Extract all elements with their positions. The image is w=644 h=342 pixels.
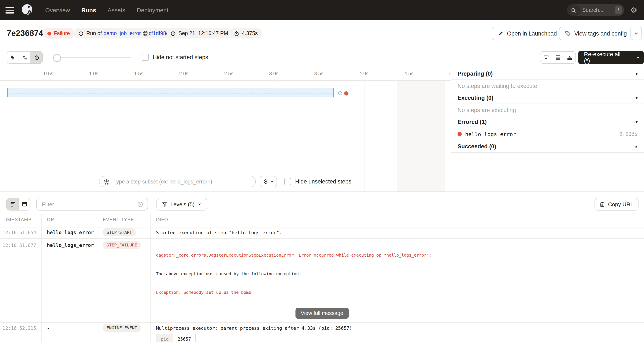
run-header: 7e236874 Failure Run of demo_job_error @…	[0, 20, 644, 47]
step-status-panel: Preparing (0)▾ No steps are waiting to e…	[451, 68, 644, 192]
errored-step-row[interactable]: hello_logs_error 0.023s	[451, 128, 644, 140]
at-separator: @	[142, 30, 148, 36]
log-line: Exception: Somebody set up us the bomb	[156, 290, 642, 296]
beyond-run-region	[397, 81, 445, 192]
search-shortcut-key: /	[614, 6, 622, 14]
event-type-badge: STEP_FAILURE	[103, 241, 141, 249]
log-line: The above exception was caused by the fo…	[156, 271, 642, 277]
axis-tick: 4.5s	[404, 71, 414, 76]
dagster-logo-icon[interactable]	[20, 3, 34, 17]
metadata-table: pid 25657	[156, 334, 196, 342]
axis-tick: 3.0s	[269, 71, 278, 76]
top-nav: Overview Runs Assets Deployment / ⚙	[0, 0, 644, 20]
copy-url-button[interactable]: Copy URL	[594, 198, 638, 210]
waterfall-view-icon[interactable]	[19, 52, 31, 64]
logs-section: Levels (5) Copy URL TIMESTAMP OP EVENT T…	[0, 192, 644, 342]
caret-down-icon: ▾	[636, 96, 638, 100]
partial-row	[0, 225, 644, 228]
menu-icon[interactable]	[6, 7, 14, 14]
view-full-message-button[interactable]: View full message	[295, 308, 349, 319]
search-bar[interactable]: /	[567, 4, 624, 16]
checkbox-icon[interactable]	[284, 178, 291, 185]
unstructured-logs-icon[interactable]	[7, 198, 18, 210]
history-icon	[78, 31, 84, 36]
log-line: dagster._core.errors.DagsterExecutionSte…	[156, 252, 642, 258]
gantt-chart[interactable]: 0.5s 1.0s 1.5s 2.0s 2.5s 3.0s 3.5s 4.0s …	[0, 68, 451, 192]
search-input[interactable]	[580, 7, 615, 13]
axis-tick: 2.0s	[179, 71, 188, 76]
re-execute-label: Re-execute all (*)	[578, 51, 632, 64]
event-type-badge: ENGINE_EVENT	[103, 324, 141, 332]
chevron-down-icon	[634, 31, 639, 36]
nav-item-overview[interactable]: Overview	[45, 7, 70, 14]
hide-not-started-checkbox[interactable]: Hide not started steps	[142, 54, 208, 61]
metadata-key: pid	[156, 334, 173, 342]
col-op: OP	[47, 217, 54, 222]
hide-unselected-checkbox[interactable]: Hide unselected steps	[284, 178, 352, 185]
header-more-button[interactable]	[630, 27, 642, 40]
gantt-toolbar: Hide not started steps Re-execute all (*…	[0, 47, 644, 68]
step-subset-input-wrap	[99, 176, 256, 187]
message-fade-overlay	[150, 303, 644, 322]
re-execute-dropdown[interactable]	[632, 51, 644, 64]
status-badge: Failure	[44, 28, 74, 38]
step-filter-button[interactable]	[260, 176, 277, 187]
axis-tick: 4.0s	[359, 71, 368, 76]
zoom-slider-handle[interactable]	[53, 54, 61, 62]
flat-view-icon[interactable]	[7, 52, 19, 64]
col-timestamp: TIMESTAMP	[2, 217, 32, 222]
start-time-tag: Sep 21, 12:16:47 PM	[166, 28, 232, 38]
checkbox-icon[interactable]	[142, 54, 149, 61]
snapshot-link[interactable]: cf1df98e	[149, 30, 169, 36]
nav-item-runs[interactable]: Runs	[82, 7, 96, 14]
step-failure-marker[interactable]	[344, 91, 348, 95]
section-errored[interactable]: Errored (1)▾	[451, 116, 644, 128]
step-waiting-bar[interactable]	[7, 88, 334, 97]
row-divider	[0, 322, 644, 322]
caret-down-icon: ▾	[636, 120, 638, 124]
structured-logs-icon[interactable]	[18, 198, 30, 210]
errored-step-name: hello_logs_error	[465, 131, 516, 137]
caret-right-icon: ▸	[636, 144, 638, 148]
nav-links: Overview Runs Assets Deployment	[45, 7, 168, 14]
log-view-switcher	[6, 198, 30, 210]
op-selector-icon	[104, 178, 110, 184]
failure-dot-icon	[47, 32, 51, 35]
re-execute-all-button[interactable]: Re-execute all (*)	[578, 51, 644, 64]
step-subset-input[interactable]	[112, 178, 251, 185]
stopwatch-icon	[234, 31, 239, 36]
view-tags-config-button[interactable]: View tags and config	[559, 27, 633, 40]
collapse-down-icon[interactable]	[540, 52, 552, 64]
column-divider	[41, 214, 42, 342]
timed-view-icon[interactable]	[31, 52, 42, 64]
tag-icon	[565, 30, 571, 36]
nav-item-assets[interactable]: Assets	[108, 7, 125, 14]
stacked-diamonds-icon	[263, 179, 268, 184]
section-executing[interactable]: Executing (0)▾	[451, 92, 644, 104]
row-divider	[0, 238, 644, 239]
log-filter-input[interactable]	[41, 200, 137, 208]
preparing-empty-row: No steps are waiting to execute	[451, 80, 644, 92]
open-in-launchpad-button[interactable]: Open in Launchpad	[492, 27, 563, 40]
col-info: INFO	[156, 217, 168, 222]
section-succeeded[interactable]: Succeeded (0)▸	[451, 140, 644, 152]
split-panes-icon[interactable]	[552, 52, 564, 64]
log-filter-wrap	[36, 198, 148, 210]
chevron-down-icon	[198, 202, 202, 206]
clipboard-icon	[600, 202, 605, 207]
pane-layout-switcher	[540, 51, 576, 64]
log-table-header: TIMESTAMP OP EVENT TYPE INFO	[0, 214, 644, 225]
job-link[interactable]: demo_job_error	[104, 30, 141, 36]
clock-icon	[170, 31, 176, 36]
collapse-up-icon[interactable]	[564, 52, 576, 64]
hide-not-started-label: Hide not started steps	[153, 54, 208, 60]
clear-filter-icon[interactable]	[137, 201, 143, 207]
executing-empty-row: No steps are executing	[451, 104, 644, 116]
section-preparing[interactable]: Preparing (0)▾	[451, 68, 644, 80]
nav-item-deployment[interactable]: Deployment	[137, 7, 168, 14]
caret-up-icon	[270, 180, 274, 184]
zoom-slider[interactable]	[53, 57, 131, 58]
step-start-marker[interactable]	[338, 91, 342, 95]
gear-icon[interactable]: ⚙	[630, 6, 637, 14]
levels-filter-button[interactable]: Levels (5)	[156, 198, 207, 210]
